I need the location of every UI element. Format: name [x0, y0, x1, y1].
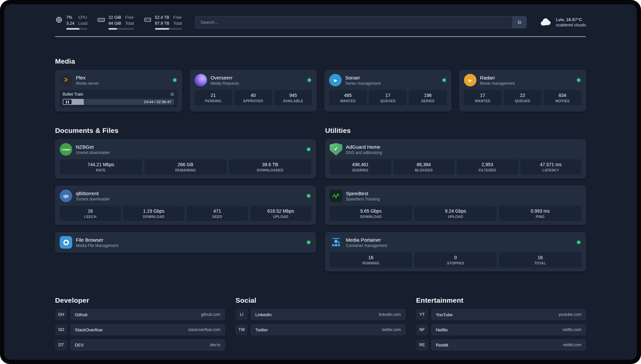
service-card-overseerr: Overseerr Media Requests 21PENDING 40APP… [190, 70, 317, 111]
bookmark-abbr: YT [416, 309, 428, 320]
bookmark-link-netflix[interactable]: Netflixnetflix.com [431, 324, 586, 335]
search-input[interactable] [196, 16, 512, 28]
header-divider [55, 36, 586, 37]
bookmark-row: SO StackOverflowstackoverflow.com [55, 324, 225, 335]
adguard-icon: ✓ [330, 143, 342, 156]
bookmark-link-dev[interactable]: DEVdev.to [70, 339, 225, 350]
radarr-icon: ▶ [464, 74, 476, 86]
bookmark-row: GH Githubgithub.com [55, 309, 225, 320]
service-link-qbittorrent[interactable]: qb qBittorrent Torrent downloader [60, 190, 311, 202]
bookmark-row: YT YouTubeyoutube.com [416, 309, 586, 320]
section-title-social: Social [235, 296, 405, 304]
service-card-radarr: ▶ Radarr Movie management 17WANTED 22QUE… [459, 70, 586, 111]
service-card-adguard: ✓ AdGuard Home DNS and adblocking 498,46… [325, 139, 586, 178]
disk-widget: 52.4 TB 97.9 TB Free Total [144, 15, 182, 30]
bookmark-row: NF Netflixnetflix.com [416, 324, 586, 335]
stat-tile: 0.993 msPING [499, 206, 581, 221]
stat-tile: 17WANTED [464, 90, 502, 105]
service-link-nzbget[interactable]: nzbget NZBGet Usenet downloader [60, 143, 311, 156]
service-card-qbittorrent: qb qBittorrent Torrent downloader 16LEEC… [55, 186, 316, 225]
service-link-portainer[interactable]: Media Portainer Container management [330, 236, 581, 249]
weather-condition: scattered clouds [556, 23, 586, 27]
service-name: Plex [76, 75, 99, 80]
section-utilities: Utilities ✓ AdGuard Home DNS and adblock… [325, 127, 586, 271]
status-dot [577, 78, 580, 82]
stat-tile: 266 GBREMAINING [144, 159, 227, 174]
resource-widgets: 7% 3.24 CPU Load [55, 15, 182, 30]
service-link-plex[interactable]: > Plex Media server [60, 74, 177, 86]
bookmark-link-twitter[interactable]: Twittertwitter.com [251, 324, 405, 335]
section-title-media: Media [55, 57, 586, 65]
status-dot [307, 194, 310, 197]
stat-tile: 618.52 MbpsUPLOAD [250, 206, 312, 221]
memory-total: 64 GiB [108, 21, 121, 27]
service-card-nzbget: nzbget NZBGet Usenet downloader 744.21 M… [55, 139, 316, 178]
bookmark-link-linkedin[interactable]: LinkedInlinkedin.com [251, 309, 405, 320]
section-title-entertainment: Entertainment [416, 296, 586, 304]
service-card-portainer: Media Portainer Container management 16R… [325, 232, 586, 271]
plex-icon: > [60, 74, 72, 86]
playback-time: 24:44 / 02:06:47 [144, 99, 171, 105]
stat-tile: 744.21 MbpsRATE [60, 159, 142, 174]
stat-tile: 16RUNNING [330, 252, 412, 267]
dashboard: 7% 3.24 CPU Load [4, 4, 637, 360]
bookmark-group-social: Social LI LinkedInlinkedin.com TW Twitte… [235, 296, 405, 335]
bookmark-row: RE Redditreddit.com [416, 339, 586, 350]
weather-widget: Lviv, 16.87°C scattered clouds [540, 17, 586, 27]
bookmark-group-developer: Developer GH Githubgithub.com SO StackOv… [55, 296, 225, 350]
stat-tile: 22QUEUED [504, 90, 541, 105]
top-bar: 7% 3.24 CPU Load [55, 4, 586, 30]
section-documents: Documents & Files nzbget NZBGet Usenet d… [55, 127, 316, 253]
cloud-icon [540, 17, 552, 27]
cpu-icon [55, 16, 63, 25]
status-dot [577, 241, 580, 244]
stat-tile: 945AVAILABLE [274, 90, 312, 105]
bookmark-abbr: RE [416, 339, 428, 350]
sonarr-icon: ▶ [329, 74, 342, 86]
bookmark-row: DT DEVdev.to [55, 339, 225, 350]
status-dot [307, 241, 310, 244]
bookmark-abbr: NF [416, 324, 428, 335]
stat-tile: 498,461QUERIES [330, 159, 391, 174]
portainer-icon [330, 236, 342, 249]
search-bar: G [195, 16, 527, 28]
gear-icon[interactable] [170, 92, 174, 97]
memory-progress-bar [108, 28, 134, 30]
stat-tile: 39.6 TBDOWNLOADED [229, 159, 311, 174]
stat-tile: 9.65 GbpsDOWNLOAD [330, 206, 412, 221]
section-title-documents: Documents & Files [55, 127, 316, 135]
bookmark-abbr: GH [55, 309, 67, 320]
cpu-widget: 7% 3.24 CPU Load [55, 15, 87, 30]
bookmark-abbr: DT [55, 339, 67, 350]
bookmark-abbr: SO [55, 324, 67, 335]
service-link-overseerr[interactable]: Overseerr Media Requests [195, 74, 312, 86]
service-link-speedtest[interactable]: Speedtest Speedtest Tracking [330, 190, 581, 202]
bookmark-row: TW Twittertwitter.com [235, 324, 405, 335]
pause-icon[interactable] [63, 100, 72, 104]
service-link-radarr[interactable]: ▶ Radarr Movie management [464, 74, 582, 86]
section-media: Media > Plex Media server Bullet Train [55, 57, 586, 111]
app-window: 7% 3.24 CPU Load [0, 0, 641, 364]
cpu-load: 3.24 [66, 21, 74, 27]
bookmark-link-youtube[interactable]: YouTubeyoutube.com [431, 309, 586, 320]
search-provider-button[interactable]: G [512, 16, 526, 28]
stat-tile: 40APPROVED [234, 90, 272, 105]
bookmark-link-github[interactable]: Githubgithub.com [70, 309, 225, 320]
memory-icon [97, 16, 105, 25]
bookmark-group-entertainment: Entertainment YT YouTubeyoutube.com NF N… [416, 296, 586, 350]
disk-progress-bar [155, 28, 182, 30]
service-link-filebrowser[interactable]: File Browser Media File Management [60, 236, 311, 249]
bookmark-abbr: LI [235, 309, 248, 320]
stat-tile: 471SEED [187, 206, 248, 221]
service-link-sonarr[interactable]: ▶ Sonarr Series management [329, 74, 447, 86]
stat-tile: 1.19 GbpsDOWNLOAD [123, 206, 185, 221]
memory-widget: 22 GiB 64 GiB Free Total [97, 15, 134, 30]
bookmark-row: LI LinkedInlinkedin.com [235, 309, 405, 320]
stat-tile: 47.571 msLATENCY [520, 159, 582, 174]
bookmark-link-reddit[interactable]: Redditreddit.com [431, 339, 586, 350]
section-title-developer: Developer [55, 296, 225, 304]
stat-tile: 0STOPPED [414, 252, 497, 267]
bookmark-link-stackoverflow[interactable]: StackOverflowstackoverflow.com [70, 324, 225, 335]
service-link-adguard[interactable]: ✓ AdGuard Home DNS and adblocking [330, 143, 581, 156]
stat-tile: 2,953FILTERED [457, 159, 518, 174]
